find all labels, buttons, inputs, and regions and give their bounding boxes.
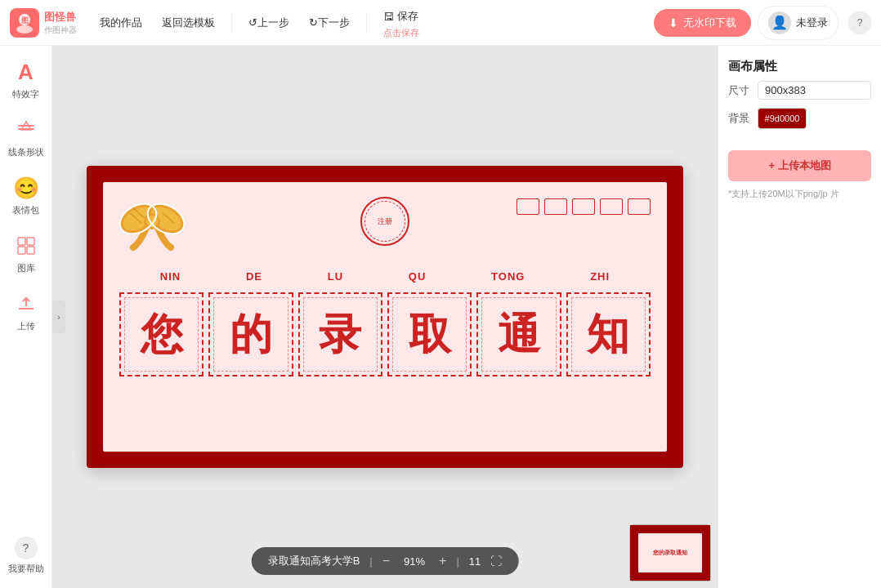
pinyin-de: DE [246, 270, 262, 283]
sidebar-label-special-text: 特效字 [12, 88, 39, 100]
sidebar-item-special-text[interactable]: A 特效字 [3, 52, 49, 107]
svg-rect-7 [27, 238, 34, 245]
special-text-icon: A [13, 59, 39, 85]
char-de[interactable]: 的 [208, 292, 293, 376]
help-icon: ? [848, 11, 871, 34]
stamp-decoration: 注册 [360, 197, 409, 246]
save-area: 🖫 保存 点击保存 [377, 6, 425, 39]
sidebar-item-emoji[interactable]: 😊 表情包 [3, 168, 49, 223]
help-btn[interactable]: ? 我要帮助 [3, 530, 49, 581]
pinyin-zhi: ZHI [590, 270, 610, 283]
env-box-1 [517, 198, 539, 215]
divider1 [231, 13, 232, 33]
shapes-icon [13, 117, 39, 143]
pinyin-qu: QU [409, 270, 427, 283]
redo-btn[interactable]: ↻下一步 [302, 12, 356, 33]
emoji-icon: 😊 [13, 175, 39, 201]
pinyin-tong: TONG [491, 270, 525, 283]
help-circle-icon: ? [15, 537, 38, 559]
canvas-area: › [52, 46, 718, 588]
char-lu[interactable]: 录 [298, 292, 382, 376]
divider2 [366, 13, 367, 33]
size-value[interactable]: 900x383 [758, 81, 871, 100]
sidebar-label-upload: 上传 [17, 320, 35, 332]
right-panel: 画布属性 尺寸 900x383 背景 #9d0000 + 上传本地图 *支持上传… [718, 46, 881, 588]
thumbnail-preview: 您的录取通知 [629, 524, 711, 581]
bg-color-swatch[interactable]: #9d0000 [758, 108, 807, 129]
bottom-bar: 录取通知高考大学B | − 91% + | 11 ⛶ [252, 547, 519, 575]
design-canvas[interactable]: 注册 NIN DE LU QU TONG [87, 166, 683, 468]
logo-area: 图 图怪兽 作图神器 [10, 8, 77, 38]
env-box-5 [628, 198, 651, 215]
avatar-icon: 👤 [768, 11, 791, 34]
upload-local-btn[interactable]: + 上传本地图 [728, 150, 871, 181]
sidebar-label-gallery: 图库 [17, 262, 35, 274]
svg-rect-6 [18, 238, 25, 245]
env-box-4 [600, 198, 623, 215]
logo-text: 图怪兽 作图神器 [44, 10, 77, 36]
main-layout: A 特效字 线条形状 😊 表情包 [0, 46, 881, 588]
env-box-3 [572, 198, 595, 215]
sidebar-label-emoji: 表情包 [12, 204, 39, 216]
svg-rect-11 [19, 308, 34, 310]
left-sidebar: A 特效字 线条形状 😊 表情包 [0, 46, 52, 588]
bg-row: 背景 #9d0000 [728, 108, 871, 129]
save-hint: 点击保存 [383, 27, 419, 39]
collapse-arrow[interactable]: › [52, 301, 65, 333]
sidebar-label-shapes: 线条形状 [8, 146, 44, 158]
zoom-in-btn[interactable]: + [439, 554, 446, 568]
undo-btn[interactable]: ↺上一步 [242, 12, 296, 33]
zoom-level: 91% [400, 555, 429, 568]
pinyin-lu: LU [328, 270, 343, 283]
char-tong[interactable]: 通 [476, 292, 561, 376]
canvas-inner: 注册 NIN DE LU QU TONG [103, 182, 667, 452]
char-nin[interactable]: 您 [119, 292, 203, 376]
my-works-btn[interactable]: 我的作品 [93, 12, 149, 33]
svg-point-1 [16, 25, 33, 33]
gallery-icon [13, 233, 39, 259]
size-label: 尺寸 [728, 83, 751, 98]
bg-label: 背景 [728, 111, 751, 126]
svg-rect-4 [18, 125, 34, 127]
svg-rect-8 [18, 247, 25, 254]
fullscreen-btn[interactable]: ⛶ [490, 555, 502, 568]
pinyin-row: NIN DE LU QU TONG ZHI [127, 270, 642, 283]
login-btn[interactable]: 👤 未登录 [758, 6, 839, 40]
envelope-boxes [517, 198, 651, 215]
logo-icon: 图 [10, 8, 39, 38]
doc-name: 录取通知高考大学B [268, 554, 360, 568]
size-row: 尺寸 900x383 [728, 81, 871, 100]
zoom-out-btn[interactable]: − [382, 554, 390, 568]
pinyin-nin: NIN [160, 270, 181, 283]
upload-hint: *支持上传20M以下png/jp 片 [728, 188, 871, 200]
panel-title: 画布属性 [728, 59, 871, 74]
page-number[interactable]: 11 [469, 555, 481, 568]
stamp-inner: 注册 [364, 201, 405, 242]
char-qu[interactable]: 取 [387, 292, 472, 376]
bow-decoration [115, 190, 189, 252]
sidebar-item-gallery[interactable]: 图库 [3, 226, 49, 281]
help-label: 我要帮助 [8, 563, 44, 575]
upload-icon [13, 291, 39, 317]
env-box-2 [544, 198, 567, 215]
toolbar: 图 图怪兽 作图神器 我的作品 返回选模板 ↺上一步 ↻下一步 🖫 保存 点击保… [0, 0, 881, 46]
sidebar-item-upload[interactable]: 上传 [3, 284, 49, 339]
svg-rect-9 [27, 247, 34, 254]
watermark-download-btn[interactable]: ⬇ 无水印下载 [654, 9, 751, 37]
sidebar-item-shapes[interactable]: 线条形状 [3, 110, 49, 165]
save-icon: 🖫 [383, 11, 394, 23]
svg-text:图: 图 [21, 16, 29, 24]
back-template-btn[interactable]: 返回选模板 [155, 12, 221, 33]
save-btn[interactable]: 🖫 保存 [377, 6, 425, 27]
chinese-row: 您 的 录 取 通 知 [119, 292, 651, 376]
char-zhi[interactable]: 知 [566, 292, 651, 376]
download-icon: ⬇ [669, 16, 678, 29]
